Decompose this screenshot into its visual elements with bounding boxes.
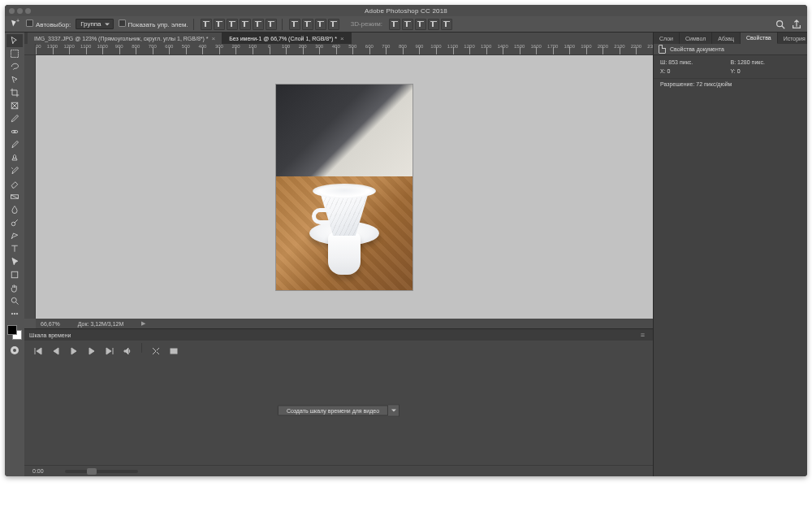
tab-properties[interactable]: Свойства [741, 33, 778, 44]
audio-toggle-button[interactable] [123, 344, 132, 352]
slider-handle[interactable] [87, 468, 97, 475]
quick-mask-toggle[interactable] [9, 345, 20, 356]
tool-type[interactable] [6, 242, 23, 255]
transition-button[interactable] [170, 344, 178, 352]
mode3d-2[interactable] [402, 19, 413, 30]
tool-lasso[interactable] [6, 60, 23, 73]
mode3d-1[interactable] [389, 19, 400, 30]
ruler-origin[interactable] [24, 44, 36, 55]
auto-select-mode-dropdown[interactable]: Группа [76, 19, 113, 29]
align-hcenter-button[interactable] [253, 19, 264, 30]
mode3d-4[interactable] [428, 19, 439, 30]
align-left-button[interactable] [240, 19, 251, 30]
timeline-body[interactable]: Создать шкалу времени для видео [24, 355, 653, 465]
tool-pen[interactable] [6, 229, 23, 242]
document-tab[interactable]: IMG_3337.JPG @ 123% (Прямоугольник, скру… [28, 33, 222, 44]
status-more-icon[interactable]: ▶ [141, 320, 145, 327]
search-button[interactable] [775, 19, 786, 30]
tab-history[interactable]: История [778, 33, 807, 44]
minimize-window-button[interactable] [17, 8, 23, 14]
tool-quick-select[interactable] [6, 73, 23, 86]
show-transform-label: Показать упр. элем. [128, 21, 188, 28]
align-more-button[interactable] [328, 19, 339, 30]
align-top-button[interactable] [201, 19, 212, 30]
create-video-timeline-button[interactable]: Создать шкалу времени для видео [278, 405, 388, 415]
document-resolution[interactable]: Разрешение: 72 пикс/дюйм [654, 78, 807, 92]
svg-line-15 [16, 302, 19, 305]
tabs-filler [352, 33, 653, 44]
tool-eraser[interactable] [6, 177, 23, 190]
play-button[interactable] [70, 344, 78, 352]
split-clip-button[interactable] [152, 344, 160, 352]
prop-x[interactable]: X: 0 [660, 68, 731, 74]
tool-hand[interactable] [6, 281, 23, 294]
tool-path-select[interactable] [6, 255, 23, 268]
document-icon [659, 45, 666, 54]
tool-history-brush[interactable] [6, 164, 23, 177]
create-timeline-cta: Создать шкалу времени для видео [278, 404, 400, 416]
tool-crop[interactable] [6, 86, 23, 99]
panel-menu-icon[interactable]: ≡ [637, 331, 648, 339]
ruler-vertical[interactable] [24, 55, 36, 319]
align-bottom-button[interactable] [227, 19, 238, 30]
divider [282, 19, 283, 30]
properties-section-title: Свойства документа [670, 46, 724, 52]
app-title: Adobe Photoshop CC 2018 [5, 7, 807, 15]
close-tab-icon[interactable]: × [212, 35, 216, 42]
timeline-zoom-in-icon[interactable] [143, 468, 149, 475]
tool-frame[interactable] [6, 99, 23, 112]
tool-move[interactable] [6, 34, 23, 47]
tool-zoom[interactable] [6, 294, 23, 307]
tool-dodge[interactable] [6, 216, 23, 229]
mode3d-3[interactable] [415, 19, 426, 30]
tool-brush[interactable] [6, 138, 23, 151]
show-transform-checkbox[interactable]: Показать упр. элем. [119, 20, 188, 28]
timeline-zoom-slider[interactable] [65, 470, 138, 473]
search-icon [775, 19, 786, 30]
first-frame-button[interactable] [34, 344, 42, 352]
tool-eyedropper[interactable] [6, 112, 23, 125]
canvas-image[interactable] [276, 85, 412, 290]
tool-spot-heal[interactable] [6, 125, 23, 138]
color-swatches[interactable] [7, 325, 22, 340]
share-button[interactable] [791, 19, 802, 30]
tool-blur[interactable] [6, 203, 23, 216]
tool-edit-toolbar[interactable] [6, 307, 23, 320]
tool-clone-stamp[interactable] [6, 151, 23, 164]
create-timeline-dropdown[interactable] [388, 404, 400, 416]
tool-gradient[interactable] [6, 190, 23, 203]
last-frame-button[interactable] [106, 344, 114, 352]
zoom-level[interactable]: 66,67% [41, 321, 60, 327]
auto-select-label: Автовыбор: [36, 21, 71, 28]
tab-layers[interactable]: Слои [654, 33, 680, 44]
mode3d-5[interactable] [441, 19, 452, 30]
distribute-3[interactable] [315, 19, 326, 30]
tool-shape[interactable] [6, 268, 23, 281]
foreground-color-swatch[interactable] [7, 325, 17, 335]
next-frame-button[interactable] [88, 344, 96, 352]
window-controls [9, 8, 31, 14]
prop-height[interactable]: В: 1280 пикс. [731, 59, 801, 65]
close-tab-icon[interactable]: × [340, 35, 344, 42]
tab-character[interactable]: Символ [680, 33, 712, 44]
document-tab[interactable]: Без имени-1 @ 66,7% (Слой 1, RGB/8*) * × [222, 33, 351, 44]
tool-marquee[interactable] [6, 47, 23, 60]
prev-frame-button[interactable] [52, 344, 60, 352]
prop-width[interactable]: Ш: 853 пикс. [660, 59, 731, 65]
svg-rect-2 [11, 50, 19, 58]
align-vcenter-button[interactable] [214, 19, 225, 30]
doc-size[interactable]: Док: 3,12M/3,12M [78, 321, 124, 327]
distribute-2[interactable] [302, 19, 313, 30]
timeline-zoom-out-icon[interactable] [49, 468, 55, 475]
close-window-button[interactable] [9, 8, 15, 14]
maximize-window-button[interactable] [25, 8, 31, 14]
auto-select-checkbox[interactable]: Автовыбор: [26, 20, 71, 28]
svg-point-18 [16, 313, 18, 315]
canvas-viewport[interactable] [36, 55, 653, 319]
prop-y[interactable]: Y: 0 [731, 68, 801, 74]
ruler-horizontal[interactable]: 1400130012001100100090080070060050040030… [36, 44, 653, 55]
align-right-button[interactable] [266, 19, 277, 30]
distribute-1[interactable] [289, 19, 300, 30]
document-tab-label: IMG_3337.JPG @ 123% (Прямоугольник, скру… [34, 36, 209, 41]
tab-paragraph[interactable]: Абзац [712, 33, 741, 44]
